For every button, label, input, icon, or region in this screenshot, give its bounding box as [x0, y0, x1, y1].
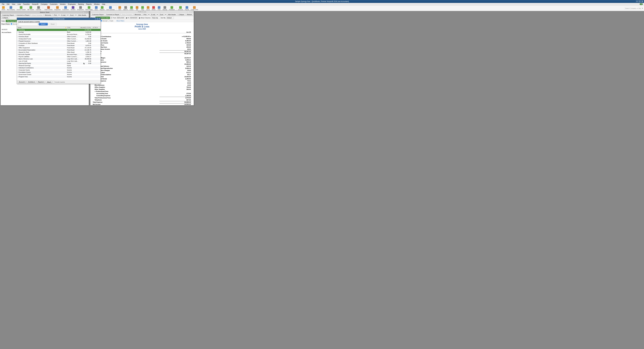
- menu-banking[interactable]: Banking: [77, 3, 85, 5]
- min-icon[interactable]: —: [636, 0, 638, 2]
- menu-reports[interactable]: Reports: [85, 3, 93, 5]
- pl-row-amount[interactable]: 300.00: [160, 88, 191, 90]
- coa-row[interactable]: FurnitureFixed Asset9,870.41: [17, 44, 100, 47]
- tb-user-licenses[interactable]: User Licenses: [106, 6, 116, 11]
- pl-window-title[interactable]: Profit & Loss – ▢ ✕: [90, 11, 194, 13]
- pl-row-label[interactable]: Net Income: [93, 103, 159, 105]
- pl-cash-radio[interactable]: [108, 20, 110, 22]
- pl-row-label[interactable]: Space Rental: [93, 76, 159, 78]
- bs-close-icon[interactable]: ✕: [87, 11, 88, 13]
- tb-bill[interactable]: Bill: [134, 6, 140, 11]
- tb-bill-tracker[interactable]: Bill Tracker: [27, 6, 35, 11]
- menu-customers[interactable]: Customers: [49, 3, 58, 5]
- share-template-button[interactable]: Share Template: [121, 13, 133, 16]
- notification-badge[interactable]: 48: [640, 3, 643, 5]
- coa-row[interactable]: CheckingBank57,440.26: [17, 29, 100, 31]
- coa-search-button[interactable]: Search: [39, 23, 48, 25]
- tb-order-checks[interactable]: Order Checks: [44, 6, 54, 11]
- customize-report-button[interactable]: Customize Report: [1, 14, 15, 16]
- comment-on-report-button[interactable]: Comment on Report: [105, 13, 120, 16]
- tb-backup[interactable]: Backup: [162, 6, 168, 11]
- search-dropdown-icon[interactable]: ▾: [642, 7, 643, 9]
- pl-row-label[interactable]: Equipment Rental: [93, 78, 159, 80]
- coa-col-attach[interactable]: ATTACH: [92, 26, 100, 29]
- pl-row-label[interactable]: Salary & Wages: [93, 57, 159, 59]
- menu-file[interactable]: File: [1, 3, 6, 5]
- dropdown-icon[interactable]: ▾: [58, 14, 60, 16]
- coa-row[interactable]: Payroll LiabilitiesOther Current Liabili…: [17, 56, 100, 58]
- e-mail-button[interactable]: E-mail: [60, 14, 67, 16]
- coa-inactive-checkbox[interactable]: [53, 81, 54, 83]
- coa-reset-button[interactable]: Reset: [48, 23, 57, 25]
- pl-row-label[interactable]: Foundation Grants: [93, 40, 159, 42]
- tb-income-tracker[interactable]: Income Tracker: [16, 6, 26, 11]
- pl-row-amount[interactable]: 275.00: [160, 93, 191, 94]
- pl-row-amount[interactable]: 5,599.24: [160, 67, 191, 69]
- menu-vendors[interactable]: Vendors: [59, 3, 67, 5]
- tb-home[interactable]: Home: [1, 6, 6, 11]
- pl-row-label[interactable]: Membership Dues: [93, 46, 159, 48]
- coa-row[interactable]: Accumulated DepreciationFixed Asset-12,1…: [17, 49, 100, 51]
- tb-employees[interactable]: Employees: [76, 6, 84, 11]
- coa-reports-button[interactable]: Reports ▾: [37, 81, 46, 83]
- share-template-button[interactable]: Share Template: [31, 14, 44, 16]
- pl-row-amount[interactable]: 15,533.47: [160, 57, 191, 59]
- tb-my-company[interactable]: My Company: [6, 6, 16, 11]
- coa-activities-button[interactable]: Activities ▾: [27, 81, 36, 83]
- pl-row-amount[interactable]: 1,575.00: [160, 97, 191, 99]
- pl-row-amount[interactable]: 14.00: [160, 84, 191, 86]
- pl-dates-dropdown-icon[interactable]: ▾: [110, 17, 112, 19]
- pl-row-label[interactable]: Rent: [93, 63, 159, 65]
- tb-bank-feeds[interactable]: Bank Feeds: [85, 6, 93, 11]
- dropdown-icon[interactable]: ▾: [67, 14, 68, 16]
- coa-close-icon[interactable]: ✕: [98, 18, 100, 20]
- coa-search-input[interactable]: [18, 23, 38, 25]
- pl-row-label[interactable]: Contract Labor: [93, 72, 159, 73]
- pl-row-amount[interactable]: 10,050.00: [160, 76, 191, 78]
- pl-row-label[interactable]: Government Grants: [93, 42, 159, 44]
- pl-row-amount[interactable]: 50,307.01: [160, 50, 191, 52]
- coa-row[interactable]: Undeposited FundsOther Current Asset18,2…: [17, 38, 100, 40]
- tb-credit-cards[interactable]: Credit Cards: [190, 6, 199, 11]
- tb-find[interactable]: Find: [156, 6, 162, 11]
- tb-reg[interactable]: Reg: [140, 6, 145, 11]
- pl-row-label[interactable]: Gross Profit: [93, 52, 159, 54]
- coa-col-balance[interactable]: BALANCE TOTAL: [79, 26, 92, 29]
- pl-row-amount[interactable]: 64,900.03: [160, 101, 191, 103]
- pl-row-amount[interactable]: 25.00: [160, 82, 191, 84]
- comment-on-report-button[interactable]: Comment on Report: [15, 14, 31, 16]
- memorize-button[interactable]: Memorize: [44, 14, 52, 16]
- coa-col-status[interactable]: ⚡: [64, 26, 66, 29]
- pl-cols-select[interactable]: Total only: [151, 17, 160, 19]
- pl-row-amount[interactable]: 23,080.65: [160, 63, 191, 65]
- coa-row[interactable]: Government GrantsIncome: [17, 73, 100, 76]
- pl-row-label[interactable]: Printing and Reproduction: [93, 67, 159, 69]
- tb-payroll[interactable]: Payroll: [184, 6, 190, 11]
- pl-row-label[interactable]: Office Supplies: [93, 86, 159, 88]
- pl-row-label[interactable]: Licenses: [93, 82, 159, 84]
- pl-row-amount[interactable]: 125.33: [160, 65, 191, 67]
- coa-row[interactable]: Accounts PayableAccounts Payable4,854.00: [17, 53, 100, 56]
- excel-button[interactable]: Excel: [158, 13, 164, 16]
- pl-row-label[interactable]: Miscellaneous: [93, 84, 159, 86]
- pl-close-icon[interactable]: ✕: [192, 11, 194, 13]
- hide-header-button[interactable]: Hide Header: [77, 14, 88, 16]
- pl-row-label[interactable]: Postage and Delivery: [93, 65, 159, 67]
- menu-edit[interactable]: Edit: [6, 3, 10, 5]
- menu-view[interactable]: View: [11, 3, 16, 5]
- e-mail-button[interactable]: E-mail: [150, 13, 156, 16]
- pl-row-amount[interactable]: 1,300.00: [160, 95, 191, 96]
- pl-row-label[interactable]: Accounting Fees: [93, 93, 159, 94]
- menu-favorites[interactable]: Favorites: [22, 3, 31, 5]
- coa-row[interactable]: Bank of America LoanLong Term Liability3…: [17, 58, 100, 60]
- pl-row-label[interactable]: Individual Contributions: [93, 35, 159, 37]
- menu-lists[interactable]: Lists: [16, 3, 22, 5]
- tb-docs[interactable]: Docs: [94, 6, 99, 11]
- coa-row[interactable]: Individual ContributionsIncome: [17, 67, 100, 69]
- customize-report-button[interactable]: Customize Report: [91, 13, 105, 16]
- calendar-icon[interactable]: ▦: [126, 17, 127, 19]
- collapse-button[interactable]: Collapse: [178, 13, 186, 16]
- pl-show-filters-link[interactable]: Show Filters: [116, 20, 124, 22]
- coa-min-icon[interactable]: –: [94, 18, 96, 20]
- pl-row-label[interactable]: Health Insurance: [93, 61, 159, 63]
